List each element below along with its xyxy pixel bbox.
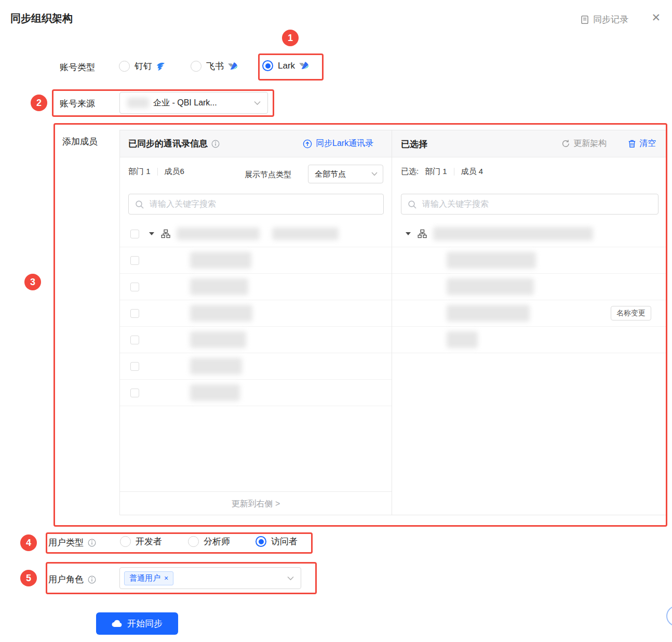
user-role-tag: 普通用户 ×: [124, 571, 173, 585]
tree-row[interactable]: [392, 274, 667, 300]
chevron-down-icon: [371, 172, 378, 176]
page-title: 同步组织架构: [10, 11, 73, 25]
refresh-structure-label: 更新架构: [573, 138, 607, 149]
redacted-text: [177, 228, 260, 240]
clear-selection-label: 清空: [639, 138, 656, 149]
upload-sync-icon: [303, 139, 312, 149]
info-icon: [88, 539, 96, 547]
redacted-text: [190, 305, 252, 322]
search-icon: [135, 200, 144, 211]
left-tree: [120, 221, 392, 406]
tree-row[interactable]: [392, 247, 667, 274]
clear-selection-button[interactable]: 清空: [628, 138, 656, 149]
move-to-right-button[interactable]: 更新到右侧 >: [120, 491, 392, 516]
account-type-label: 账号类型: [60, 61, 95, 73]
refresh-icon: [561, 139, 570, 148]
redacted-text: [447, 278, 534, 295]
radio-label: 开发者: [136, 536, 162, 547]
close-icon[interactable]: ✕: [651, 11, 661, 24]
radio-icon[interactable]: [120, 536, 131, 547]
move-to-right-label: 更新到右侧 >: [232, 499, 280, 510]
tree-row[interactable]: [120, 300, 392, 327]
refresh-structure-button[interactable]: 更新架构: [561, 138, 607, 149]
sync-org-dialog: 同步组织架构 同步记录 ✕ 账号类型 钉钉 飞书: [0, 0, 672, 642]
redacted-text: [433, 227, 593, 240]
radio-selected-icon[interactable]: [256, 536, 266, 547]
cloud-sync-icon: [112, 620, 123, 627]
feishu-logo-icon: [227, 62, 238, 71]
redacted-text: [190, 331, 246, 348]
row-checkbox[interactable]: [130, 336, 139, 344]
annotation-badge-5: 5: [20, 570, 37, 586]
caret-down-icon[interactable]: [149, 232, 154, 235]
redacted-text: [272, 228, 339, 240]
sync-lark-contacts-label: 同步Lark通讯录: [316, 138, 373, 149]
right-search-input[interactable]: [401, 194, 658, 214]
right-panel-title: 已选择: [401, 138, 427, 150]
sync-lark-contacts-link[interactable]: 同步Lark通讯录: [303, 138, 373, 149]
floating-help-button[interactable]: [666, 606, 672, 626]
user-role-select[interactable]: 普通用户 ×: [119, 567, 301, 589]
tree-row[interactable]: 名称变更: [392, 300, 667, 327]
row-checkbox[interactable]: [130, 256, 139, 265]
redacted-text: [190, 278, 248, 295]
sync-log-label: 同步记录: [593, 14, 628, 25]
radio-selected-icon[interactable]: [262, 60, 273, 71]
radio-icon[interactable]: [119, 61, 130, 72]
tree-row[interactable]: [392, 327, 667, 353]
redacted-text: [447, 305, 530, 322]
node-type-select[interactable]: 全部节点: [308, 165, 383, 183]
tree-row-root[interactable]: [120, 221, 392, 247]
annotation-badge-3: 3: [24, 274, 41, 290]
row-checkbox[interactable]: [130, 389, 139, 397]
user-role-tag-label: 普通用户: [129, 573, 160, 583]
annotation-badge-2: 2: [31, 95, 47, 111]
add-members-label: 添加成员: [62, 136, 98, 148]
right-search-box: [401, 194, 658, 215]
radio-icon[interactable]: [191, 61, 201, 72]
org-tree-icon: [161, 229, 170, 238]
row-checkbox[interactable]: [130, 230, 139, 238]
search-icon: [408, 200, 417, 211]
row-checkbox[interactable]: [130, 309, 139, 318]
radio-label: Lark: [278, 61, 295, 71]
dingtalk-logo-icon: [156, 61, 166, 71]
radio-label: 访问者: [271, 536, 298, 547]
radio-label: 钉钉: [135, 60, 152, 72]
radio-option-visitor[interactable]: 访问者: [256, 536, 301, 547]
redacted-text: [190, 358, 242, 374]
radio-option-developer[interactable]: 开发者: [120, 536, 166, 547]
radio-option-analyst[interactable]: 分析师: [188, 536, 234, 547]
account-source-select[interactable]: 企业 - QBI Lark...: [119, 92, 268, 114]
radio-option-feishu[interactable]: 飞书: [191, 60, 238, 72]
org-tree-icon: [418, 229, 427, 238]
tree-row-root[interactable]: [392, 221, 667, 247]
user-role-label: 用户角色: [48, 573, 84, 585]
radio-option-dingtalk[interactable]: 钉钉: [119, 60, 166, 72]
tree-row[interactable]: [120, 247, 392, 274]
left-member-stat: 成员6: [165, 167, 184, 177]
redacted-text: [447, 252, 536, 269]
left-search-box: [128, 194, 384, 215]
chevron-down-icon: [287, 576, 294, 581]
radio-icon[interactable]: [188, 536, 199, 547]
redacted-text: [447, 331, 478, 348]
caret-down-icon[interactable]: [406, 232, 411, 235]
sync-log-icon: [580, 15, 589, 24]
sync-log-button[interactable]: 同步记录: [580, 14, 628, 25]
tree-row[interactable]: [120, 274, 392, 300]
tag-remove-icon[interactable]: ×: [164, 574, 168, 582]
row-checkbox[interactable]: [130, 362, 139, 371]
name-change-badge: 名称变更: [611, 306, 651, 320]
start-sync-button[interactable]: 开始同步: [96, 612, 178, 635]
radio-label: 飞书: [206, 60, 224, 72]
account-source-value: 企业 - QBI Lark...: [153, 98, 217, 109]
tree-row[interactable]: [120, 353, 392, 380]
tree-row[interactable]: [120, 327, 392, 353]
right-tree: 名称变更: [392, 221, 667, 353]
tree-row[interactable]: [120, 380, 392, 406]
row-checkbox[interactable]: [130, 283, 139, 291]
radio-option-lark[interactable]: Lark: [262, 60, 309, 71]
right-dept-stat: 部门 1: [425, 167, 447, 177]
left-search-input[interactable]: [129, 194, 383, 214]
